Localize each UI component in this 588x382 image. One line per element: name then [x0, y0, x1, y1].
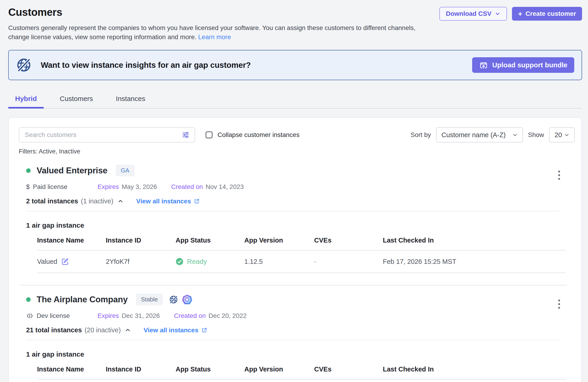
sort-select-value: Customer name (A-Z): [441, 131, 505, 139]
view-all-instances-link[interactable]: View all instances: [144, 327, 207, 334]
create-customer-label: Create customer: [525, 10, 576, 17]
airgap-globe-icon: [16, 57, 32, 73]
airgap-instance-heading: 1 air gap instance: [26, 221, 575, 229]
license-type: $ Paid license: [26, 183, 98, 191]
edit-icon[interactable]: [61, 257, 69, 266]
customer-section-divider: [20, 285, 567, 285]
airgap-banner: Want to view instance insights for an ai…: [8, 50, 582, 80]
tab-bar: Hybrid Customers Instances: [8, 91, 582, 108]
plus-icon: +: [518, 10, 522, 17]
active-filters-text: Filters: Active, Inactive: [19, 148, 575, 155]
active-status-dot: [26, 168, 31, 173]
created-on-value: Dec 20, 2022: [209, 312, 247, 319]
upload-support-bundle-label: Upload support bundle: [492, 61, 567, 69]
sort-by-label: Sort by: [411, 131, 431, 139]
created-group: Created on Nov 14, 2023: [171, 183, 244, 191]
divider: [26, 340, 560, 340]
table-row: Valued 2YfoK7f Ready 1.: [37, 251, 566, 273]
inactive-instances: (1 inactive): [81, 197, 113, 205]
page-title: Customers: [8, 6, 418, 18]
col-instance-id: Instance ID: [106, 236, 176, 244]
upload-icon: [479, 61, 488, 70]
tab-customers[interactable]: Customers: [53, 91, 100, 108]
table-header-row: Instance Name Instance ID App Status App…: [37, 365, 566, 380]
created-on-label: Created on: [171, 183, 203, 191]
app-status-cell: Ready: [176, 258, 244, 265]
create-customer-button[interactable]: + Create customer: [512, 7, 582, 21]
header-actions: Download CSV + Create customer: [440, 6, 582, 21]
expires-label: Expires: [98, 183, 119, 191]
inactive-instances: (20 inactive): [84, 326, 121, 334]
view-all-instances-label: View all instances: [144, 327, 198, 334]
customer-menu-button[interactable]: [557, 169, 561, 181]
chevron-down-icon: [495, 11, 501, 17]
search-input[interactable]: [25, 131, 182, 139]
instances-summary-row: 21 total instances (20 inactive) View al…: [26, 326, 575, 334]
customer-name[interactable]: Valued Enterprise: [37, 166, 107, 175]
customer-header: Valued Enterprise GA: [26, 165, 575, 176]
airgap-instance-heading: 1 air gap instance: [26, 350, 575, 358]
show-label: Show: [528, 131, 544, 139]
tab-instances[interactable]: Instances: [109, 91, 152, 108]
app-version-cell: 1.12.5: [244, 258, 314, 265]
toolbar: Collapse customer instances Sort by Cust…: [19, 127, 575, 143]
app-status-text: Ready: [187, 258, 207, 265]
collapse-instances-toggle[interactable]: Collapse customer instances: [206, 131, 299, 139]
col-app-version: App Version: [244, 365, 314, 373]
external-link-icon: [201, 327, 207, 333]
learn-more-link[interactable]: Learn more: [198, 33, 231, 41]
created-group: Created on Dec 20, 2022: [174, 312, 247, 319]
collapse-label: Collapse customer instances: [217, 131, 299, 139]
collapse-caret-icon[interactable]: [125, 327, 131, 333]
customer-name[interactable]: The Airplane Company: [37, 295, 128, 304]
license-row: $ Paid license Expires May 3, 2026 Creat…: [26, 183, 575, 191]
channel-badge: GA: [116, 165, 134, 176]
toolbar-right: Sort by Customer name (A-Z) Show 20: [411, 127, 575, 143]
search-customers-box: [19, 127, 195, 143]
col-cves: CVEs: [314, 236, 383, 244]
license-type: Dev license: [26, 312, 98, 319]
collapse-caret-icon[interactable]: [117, 198, 124, 204]
table-header-row: Instance Name Instance ID App Status App…: [37, 236, 566, 251]
upload-support-bundle-button[interactable]: Upload support bundle: [472, 57, 574, 73]
code-icon: [26, 312, 33, 319]
page-header: Customers Customers generally represent …: [0, 0, 588, 42]
sort-select[interactable]: Customer name (A-Z): [436, 127, 523, 143]
page-header-left: Customers Customers generally represent …: [8, 6, 418, 42]
col-last-checked-in: Last Checked In: [383, 365, 566, 373]
col-last-checked-in: Last Checked In: [383, 236, 566, 244]
collapse-checkbox[interactable]: [206, 131, 212, 138]
tab-hybrid[interactable]: Hybrid: [8, 91, 44, 108]
col-app-version: App Version: [244, 236, 314, 244]
active-status-dot: [26, 297, 31, 302]
download-csv-button[interactable]: Download CSV: [440, 7, 507, 21]
banner-title: Want to view instance insights for an ai…: [41, 61, 251, 70]
view-all-instances-link[interactable]: View all instances: [136, 198, 200, 205]
customers-card: Collapse customer instances Sort by Cust…: [8, 117, 582, 382]
page-description: Customers generally represent the compan…: [8, 23, 418, 42]
cves-cell: -: [314, 258, 383, 265]
divider: [26, 211, 560, 211]
col-instance-name: Instance Name: [37, 236, 106, 244]
created-on-value: Nov 14, 2023: [206, 183, 244, 191]
customer-menu-button[interactable]: [557, 298, 561, 310]
instance-name-cell: Valued: [37, 257, 106, 266]
customer-type-icons: [169, 295, 192, 304]
col-app-status: App Status: [176, 365, 244, 373]
customers-page: Customers Customers generally represent …: [0, 0, 588, 382]
download-csv-label: Download CSV: [446, 10, 491, 17]
instance-id-cell: 2YfoK7f: [106, 258, 176, 265]
ready-check-icon: [176, 258, 183, 265]
col-app-status: App Status: [176, 236, 244, 244]
expires-value: Dec 31, 2026: [122, 312, 160, 319]
total-instances: 21 total instances: [26, 326, 82, 334]
chevron-down-icon: [564, 132, 570, 138]
col-instance-id: Instance ID: [106, 365, 176, 373]
filter-sliders-icon[interactable]: [182, 131, 189, 139]
channel-badge: Stable: [136, 294, 163, 305]
expires-label: Expires: [98, 312, 119, 319]
col-instance-name: Instance Name: [37, 365, 106, 373]
expires-value: May 3, 2026: [122, 183, 157, 191]
show-select[interactable]: 20: [549, 127, 575, 143]
dollar-icon: $: [26, 183, 30, 191]
